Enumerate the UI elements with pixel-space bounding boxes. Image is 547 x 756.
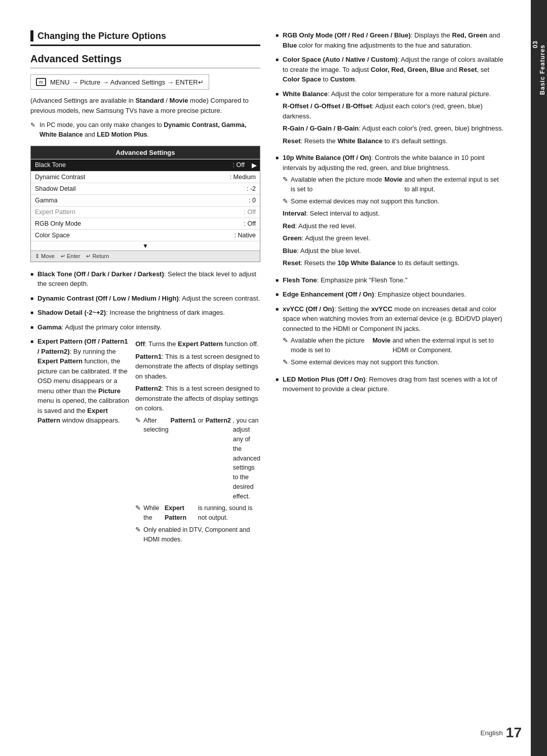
intro-text: (Advanced Settings are available in Stan…: [30, 96, 260, 115]
row-value-black-tone: : Off: [229, 159, 249, 171]
nav-return: ↵ Return: [86, 253, 109, 260]
list-item-text: Dynamic Contrast (Off / Low / Medium / H…: [37, 293, 260, 304]
settings-table: Advanced Settings Black Tone : Off ▶ Dyn…: [30, 146, 260, 262]
settings-table-header: Advanced Settings: [31, 146, 260, 159]
list-item-edge-enhancement: Edge Enhancement (Off / On): Emphasize o…: [276, 289, 505, 300]
list-item-rgb-only: RGB Only Mode (Off / Red / Green / Blue)…: [276, 30, 505, 50]
pattern-note1: After selecting Pattern1 or Pattern2, yo…: [135, 416, 260, 501]
left-bullet-list: Black Tone (Off / Dark / Darker / Darkes…: [30, 269, 260, 547]
reset10p-sub: Reset: Resets the 10p White Balance to i…: [283, 258, 505, 268]
table-row[interactable]: Dynamic Contrast : Medium: [31, 171, 260, 183]
footer-label: English: [481, 729, 503, 737]
list-item-white-balance: White Balance: Adjust the color temperat…: [276, 89, 505, 149]
subsection-title: Advanced Settings: [30, 53, 260, 68]
row-value-gamma: : 0: [245, 195, 260, 206]
table-row[interactable]: RGB Only Mode : Off: [31, 218, 260, 229]
expert-pattern-text: Expert Pattern (Off / Pattern1 / Pattern…: [37, 337, 130, 426]
interval-sub: Interval: Select interval to adjust.: [283, 208, 505, 219]
list-item-10p-white-balance: 10p White Balance (Off / On): Controls t…: [276, 153, 505, 271]
table-row[interactable]: Expert Pattern : Off: [31, 206, 260, 218]
r-gain-sub: R-Gain / G-Gain / B-Gain: Adjust each co…: [283, 123, 505, 134]
chapter-tab: 03 Basic Features: [531, 0, 547, 756]
xvycc-note2: Some external devices may not support th…: [283, 358, 505, 367]
row-arrow-black-tone: ▶: [249, 159, 260, 171]
white-balance-main: White Balance: Adjust the color temperat…: [283, 89, 505, 99]
xvycc-main: xvYCC (Off / On): Setting the xvYCC mode…: [283, 304, 505, 334]
red-sub: Red: Adjust the red level.: [283, 221, 505, 231]
table-row[interactable]: Black Tone : Off ▶: [31, 159, 260, 171]
white-balance-content: White Balance: Adjust the color temperat…: [283, 89, 505, 149]
row-label-black-tone: Black Tone: [31, 159, 229, 171]
table-row[interactable]: Gamma : 0: [31, 194, 260, 206]
row-label-rgb-only: RGB Only Mode: [31, 218, 240, 229]
nav-enter: ↵ Enter: [61, 253, 80, 260]
blue-sub: Blue: Adjust the blue level.: [283, 246, 505, 256]
list-item-expert-pattern: Expert Pattern (Off / Pattern1 / Pattern…: [30, 337, 260, 547]
row-label-gamma: Gamma: [31, 195, 245, 206]
left-column: Changing the Picture Options Advanced Se…: [30, 30, 260, 726]
list-item-black-tone: Black Tone (Off / Dark / Darker / Darkes…: [30, 269, 260, 289]
row-label-color-space: Color Space: [31, 230, 230, 241]
green-sub: Green: Adjust the green level.: [283, 233, 505, 243]
table-row[interactable]: Shadow Detail : -2: [31, 183, 260, 194]
chapter-tab-number: 03: [532, 40, 539, 48]
table-row[interactable]: Color Space : Native: [31, 229, 260, 241]
list-item-text: LED Motion Plus (Off / On): Removes drag…: [283, 374, 505, 394]
off-sub: Off: Turns the Expert Pattern function o…: [135, 339, 260, 349]
menu-path-arrows: → Picture → Advanced Settings → ENTER↵: [71, 78, 203, 86]
row-value-shadow-detail: : -2: [243, 183, 260, 194]
row-value-expert-pattern: : Off: [240, 206, 260, 218]
menu-path: m MENU → Picture → Advanced Settings → E…: [30, 74, 209, 90]
pattern-note3: Only enabled in DTV, Component and HDMI …: [135, 525, 260, 544]
list-item-text: Black Tone (Off / Dark / Darker / Darkes…: [37, 269, 260, 289]
right-column: RGB Only Mode (Off / Red / Green / Blue)…: [276, 30, 505, 726]
list-item-shadow-detail: Shadow Detail (-2~+2): Increase the brig…: [30, 308, 260, 318]
xvycc-content: xvYCC (Off / On): Setting the xvYCC mode…: [283, 304, 505, 370]
title-bar-decoration: [30, 30, 33, 41]
list-item-text: Color Space (Auto / Native / Custom): Ad…: [283, 55, 505, 85]
10p-note1: Available when the picture mode is set t…: [283, 175, 505, 194]
pc-mode-note: In PC mode, you can only make changes to…: [30, 120, 260, 140]
row-label-expert-pattern: Expert Pattern: [31, 206, 240, 218]
chapter-tab-title: Basic Features: [539, 45, 546, 95]
list-item-gamma: Gamma: Adjust the primary color intensit…: [30, 322, 260, 332]
section-title: Changing the Picture Options: [30, 30, 260, 46]
reset-sub: Reset: Resets the White Balance to it's …: [283, 136, 505, 146]
list-item-xvycc: xvYCC (Off / On): Setting the xvYCC mode…: [276, 304, 505, 370]
row-value-color-space: : Native: [230, 230, 260, 241]
footer-number: 17: [506, 725, 522, 741]
list-item-text: Flesh Tone: Emphasize pink "Flesh Tone.": [283, 275, 407, 285]
right-bullet-list: RGB Only Mode (Off / Red / Green / Blue)…: [276, 30, 505, 394]
row-value-dynamic-contrast: : Medium: [226, 172, 260, 183]
list-item-text: Shadow Detail (-2~+2): Increase the brig…: [37, 308, 225, 318]
list-item-text: Edge Enhancement (Off / On): Emphasize o…: [283, 289, 466, 300]
10p-white-balance-main: 10p White Balance (Off / On): Controls t…: [283, 153, 505, 173]
footer: English 17: [481, 725, 522, 741]
list-item-color-space: Color Space (Auto / Native / Custom): Ad…: [276, 55, 505, 85]
settings-table-nav: ⇕ Move ↵ Enter ↵ Return: [31, 250, 260, 262]
pattern2-sub: Pattern2: This is a test screen designed…: [135, 384, 260, 413]
row-label-shadow-detail: Shadow Detail: [31, 183, 243, 194]
list-item-dynamic-contrast: Dynamic Contrast (Off / Low / Medium / H…: [30, 293, 260, 304]
section-title-text: Changing the Picture Options: [37, 31, 166, 41]
list-item-text: RGB Only Mode (Off / Red / Green / Blue)…: [283, 30, 505, 50]
list-item-led-motion: LED Motion Plus (Off / On): Removes drag…: [276, 374, 505, 394]
r-offset-sub: R-Offset / G-Offset / B-Offset: Adjust e…: [283, 101, 505, 121]
10p-note2: Some external devices may not support th…: [283, 197, 505, 206]
row-value-rgb-only: : Off: [240, 218, 260, 229]
menu-icon: m: [36, 78, 46, 86]
pattern1-sub: Pattern1: This is a test screen designed…: [135, 352, 260, 382]
10p-white-balance-content: 10p White Balance (Off / On): Controls t…: [283, 153, 505, 271]
menu-path-text: MENU: [50, 78, 69, 86]
list-item-text: Gamma: Adjust the primary color intensit…: [37, 322, 162, 332]
pattern-note2: While the Expert Pattern is running, sou…: [135, 503, 260, 523]
settings-table-header-text: Advanced Settings: [115, 149, 175, 156]
nav-move: ⇕ Move: [35, 253, 55, 260]
xvycc-note1: Available when the picture mode is set t…: [283, 336, 505, 355]
row-label-dynamic-contrast: Dynamic Contrast: [31, 172, 226, 183]
subsection-title-text: Advanced Settings: [30, 53, 122, 64]
list-item-flesh-tone: Flesh Tone: Emphasize pink "Flesh Tone.": [276, 275, 505, 285]
table-row-more: ▼: [31, 241, 260, 250]
